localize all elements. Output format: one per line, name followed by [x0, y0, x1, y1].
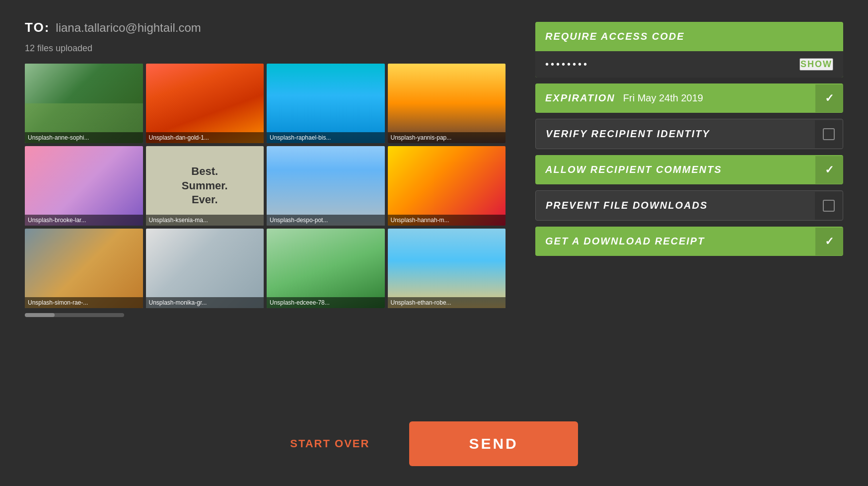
- image-cell-11: Unsplash-edceee-78...: [267, 229, 385, 308]
- image-cell-4: Unsplash-yannis-pap...: [388, 64, 506, 143]
- files-count: 12 files uploaded: [25, 43, 506, 54]
- access-code-input-row[interactable]: •••••••• SHOW: [535, 51, 843, 78]
- to-label: TO:: [25, 20, 50, 35]
- verify-recipient-checkbox[interactable]: [815, 120, 843, 148]
- image-cell-1: Unsplash-anne-sophi...: [25, 64, 143, 143]
- verify-recipient-row[interactable]: VERIFY RECIPIENT IDENTITY: [535, 119, 843, 149]
- require-access-code-label: REQUIRE ACCESS CODE: [545, 31, 833, 42]
- prevent-downloads-row[interactable]: PREVENT FILE DOWNLOADS: [535, 190, 843, 221]
- verify-recipient-label: VERIFY RECIPIENT IDENTITY: [536, 119, 815, 149]
- image-label-5: Unsplash-brooke-lar...: [25, 215, 143, 226]
- download-receipt-checkbox[interactable]: [815, 228, 843, 255]
- download-receipt-row[interactable]: GET A DOWNLOAD RECEIPT: [535, 227, 843, 256]
- image-label-7: Unsplash-despo-pot...: [267, 215, 385, 226]
- image-label-11: Unsplash-edceee-78...: [267, 297, 385, 308]
- image-cell-9: Unsplash-simon-rae-...: [25, 229, 143, 308]
- image-label-12: Unsplash-ethan-robe...: [388, 297, 506, 308]
- image-cell-2: Unsplash-dan-gold-1...: [146, 64, 264, 143]
- image-cell-7: Unsplash-despo-pot...: [267, 146, 385, 226]
- require-access-code-block: REQUIRE ACCESS CODE •••••••• SHOW: [535, 22, 843, 78]
- expiration-row[interactable]: EXPIRATION Fri May 24th 2019: [535, 83, 843, 113]
- send-button[interactable]: SEND: [409, 421, 578, 466]
- password-dots: ••••••••: [545, 59, 799, 70]
- allow-comments-checkbox[interactable]: [815, 156, 843, 184]
- expiration-checkbox[interactable]: [815, 84, 843, 112]
- image-label-8: Unsplash-hannah-m...: [388, 215, 506, 226]
- access-code-header: REQUIRE ACCESS CODE: [535, 22, 843, 51]
- to-row: TO: liana.tallarico@hightail.com: [25, 20, 506, 35]
- scrollbar-thumb[interactable]: [25, 313, 55, 317]
- image-grid: Unsplash-anne-sophi... Unsplash-dan-gold…: [25, 64, 506, 308]
- image-cell-6: Best.Summer.Ever. Unsplash-ksenia-ma...: [146, 146, 264, 226]
- allow-comments-label: ALLOW RECIPIENT COMMENTS: [535, 155, 815, 184]
- right-panel: REQUIRE ACCESS CODE •••••••• SHOW EXPIRA…: [535, 20, 843, 402]
- image-cell-10: Unsplash-monika-gr...: [146, 229, 264, 308]
- expiration-date: Fri May 24th 2019: [623, 92, 815, 104]
- image-label-10: Unsplash-monika-gr...: [146, 297, 264, 308]
- to-email: liana.tallarico@hightail.com: [56, 21, 201, 35]
- image-label-4: Unsplash-yannis-pap...: [388, 132, 506, 143]
- image-label-2: Unsplash-dan-gold-1...: [146, 132, 264, 143]
- scrollbar-strip[interactable]: [25, 313, 124, 317]
- show-password-button[interactable]: SHOW: [799, 58, 833, 71]
- image-cell-8: Unsplash-hannah-m...: [388, 146, 506, 226]
- left-panel: TO: liana.tallarico@hightail.com 12 file…: [25, 20, 506, 402]
- image-label-3: Unsplash-raphael-bis...: [267, 132, 385, 143]
- footer: START OVER SEND: [0, 411, 868, 486]
- start-over-button[interactable]: START OVER: [290, 437, 369, 450]
- prevent-downloads-label: PREVENT FILE DOWNLOADS: [536, 191, 815, 220]
- download-receipt-label: GET A DOWNLOAD RECEIPT: [535, 227, 815, 256]
- image-label-9: Unsplash-simon-rae-...: [25, 297, 143, 308]
- expiration-label: EXPIRATION: [535, 83, 623, 113]
- image-cell-3: Unsplash-raphael-bis...: [267, 64, 385, 143]
- image-label-6: Unsplash-ksenia-ma...: [146, 215, 264, 226]
- allow-comments-row[interactable]: ALLOW RECIPIENT COMMENTS: [535, 155, 843, 184]
- prevent-downloads-checkbox[interactable]: [815, 192, 843, 220]
- image-cell-5: Unsplash-brooke-lar...: [25, 146, 143, 226]
- image-label-1: Unsplash-anne-sophi...: [25, 132, 143, 143]
- image-cell-12: Unsplash-ethan-robe...: [388, 229, 506, 308]
